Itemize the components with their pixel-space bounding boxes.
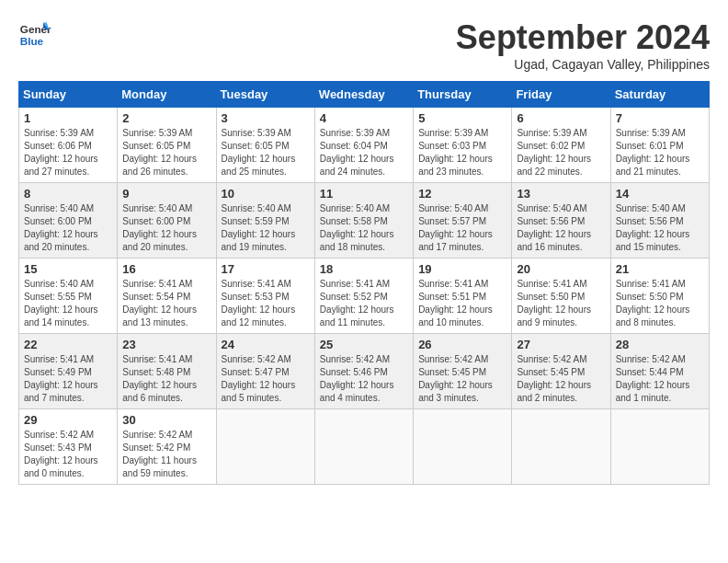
day-info: Sunrise: 5:40 AM Sunset: 5:59 PM Dayligh… bbox=[222, 202, 310, 254]
calendar-cell: 1 Sunrise: 5:39 AM Sunset: 6:06 PM Dayli… bbox=[19, 108, 118, 183]
day-info: Sunrise: 5:40 AM Sunset: 5:57 PM Dayligh… bbox=[418, 202, 506, 254]
calendar-cell bbox=[610, 409, 709, 485]
day-number: 24 bbox=[222, 338, 310, 351]
calendar-cell: 18 Sunrise: 5:41 AM Sunset: 5:52 PM Dayl… bbox=[314, 259, 413, 334]
day-number: 29 bbox=[24, 413, 112, 427]
calendar-week-row: 8 Sunrise: 5:40 AM Sunset: 6:00 PM Dayli… bbox=[19, 183, 710, 259]
calendar-cell: 6 Sunrise: 5:39 AM Sunset: 6:02 PM Dayli… bbox=[512, 108, 610, 183]
day-number: 4 bbox=[320, 111, 408, 125]
header-sunday: Sunday bbox=[19, 82, 118, 108]
weekday-header-row: Sunday Monday Tuesday Wednesday Thursday… bbox=[19, 82, 710, 108]
day-number: 18 bbox=[320, 262, 408, 276]
calendar-cell: 13 Sunrise: 5:40 AM Sunset: 5:56 PM Dayl… bbox=[512, 183, 610, 259]
day-info: Sunrise: 5:39 AM Sunset: 6:03 PM Dayligh… bbox=[418, 127, 506, 178]
day-info: Sunrise: 5:41 AM Sunset: 5:53 PM Dayligh… bbox=[222, 278, 310, 329]
day-number: 5 bbox=[418, 111, 506, 125]
calendar-cell: 20 Sunrise: 5:41 AM Sunset: 5:50 PM Dayl… bbox=[512, 259, 610, 334]
day-number: 28 bbox=[616, 338, 704, 351]
day-info: Sunrise: 5:41 AM Sunset: 5:50 PM Dayligh… bbox=[616, 278, 704, 329]
calendar-cell: 12 Sunrise: 5:40 AM Sunset: 5:57 PM Dayl… bbox=[414, 183, 512, 259]
day-info: Sunrise: 5:42 AM Sunset: 5:45 PM Dayligh… bbox=[517, 353, 605, 405]
day-info: Sunrise: 5:42 AM Sunset: 5:46 PM Dayligh… bbox=[320, 353, 408, 405]
day-info: Sunrise: 5:40 AM Sunset: 5:56 PM Dayligh… bbox=[517, 202, 605, 254]
calendar-week-row: 15 Sunrise: 5:40 AM Sunset: 5:55 PM Dayl… bbox=[19, 259, 710, 334]
day-info: Sunrise: 5:39 AM Sunset: 6:02 PM Dayligh… bbox=[517, 127, 605, 178]
header-friday: Friday bbox=[512, 82, 610, 108]
calendar-cell: 4 Sunrise: 5:39 AM Sunset: 6:04 PM Dayli… bbox=[314, 108, 413, 183]
header-thursday: Thursday bbox=[414, 82, 512, 108]
calendar-cell bbox=[216, 409, 314, 485]
day-info: Sunrise: 5:42 AM Sunset: 5:47 PM Dayligh… bbox=[222, 353, 310, 405]
logo: General Blue bbox=[18, 18, 51, 52]
calendar-cell: 21 Sunrise: 5:41 AM Sunset: 5:50 PM Dayl… bbox=[610, 259, 709, 334]
logo-icon: General Blue bbox=[18, 18, 51, 52]
calendar-cell: 24 Sunrise: 5:42 AM Sunset: 5:47 PM Dayl… bbox=[216, 334, 314, 409]
day-number: 15 bbox=[24, 262, 112, 276]
day-number: 22 bbox=[24, 338, 112, 351]
calendar-cell: 15 Sunrise: 5:40 AM Sunset: 5:55 PM Dayl… bbox=[19, 259, 118, 334]
day-info: Sunrise: 5:42 AM Sunset: 5:44 PM Dayligh… bbox=[616, 353, 704, 405]
day-number: 7 bbox=[616, 111, 704, 125]
day-number: 12 bbox=[418, 187, 506, 201]
header-wednesday: Wednesday bbox=[314, 82, 413, 108]
day-info: Sunrise: 5:39 AM Sunset: 6:04 PM Dayligh… bbox=[320, 127, 408, 178]
day-info: Sunrise: 5:39 AM Sunset: 6:01 PM Dayligh… bbox=[616, 127, 704, 178]
month-title: September 2024 bbox=[456, 18, 710, 57]
day-number: 25 bbox=[320, 338, 408, 351]
calendar-cell: 17 Sunrise: 5:41 AM Sunset: 5:53 PM Dayl… bbox=[216, 259, 314, 334]
day-number: 6 bbox=[517, 111, 605, 125]
day-info: Sunrise: 5:42 AM Sunset: 5:43 PM Dayligh… bbox=[24, 429, 112, 480]
header: General Blue September 2024 Ugad, Cagaya… bbox=[18, 18, 710, 72]
calendar-cell: 26 Sunrise: 5:42 AM Sunset: 5:45 PM Dayl… bbox=[414, 334, 512, 409]
calendar-cell: 9 Sunrise: 5:40 AM Sunset: 6:00 PM Dayli… bbox=[118, 183, 216, 259]
day-number: 19 bbox=[418, 262, 506, 276]
day-number: 11 bbox=[320, 187, 408, 201]
day-number: 3 bbox=[222, 111, 310, 125]
calendar-cell: 8 Sunrise: 5:40 AM Sunset: 6:00 PM Dayli… bbox=[19, 183, 118, 259]
day-info: Sunrise: 5:41 AM Sunset: 5:48 PM Dayligh… bbox=[122, 353, 210, 405]
calendar-cell: 10 Sunrise: 5:40 AM Sunset: 5:59 PM Dayl… bbox=[216, 183, 314, 259]
svg-text:Blue: Blue bbox=[20, 35, 44, 47]
calendar-cell: 19 Sunrise: 5:41 AM Sunset: 5:51 PM Dayl… bbox=[414, 259, 512, 334]
day-info: Sunrise: 5:40 AM Sunset: 5:56 PM Dayligh… bbox=[616, 202, 704, 254]
day-number: 27 bbox=[517, 338, 605, 351]
day-info: Sunrise: 5:41 AM Sunset: 5:51 PM Dayligh… bbox=[418, 278, 506, 329]
day-number: 17 bbox=[222, 262, 310, 276]
day-number: 10 bbox=[222, 187, 310, 201]
day-number: 8 bbox=[24, 187, 112, 201]
calendar-cell bbox=[512, 409, 610, 485]
day-info: Sunrise: 5:39 AM Sunset: 6:05 PM Dayligh… bbox=[122, 127, 210, 178]
day-number: 16 bbox=[122, 262, 210, 276]
day-info: Sunrise: 5:42 AM Sunset: 5:42 PM Dayligh… bbox=[122, 429, 210, 480]
calendar-cell: 3 Sunrise: 5:39 AM Sunset: 6:05 PM Dayli… bbox=[216, 108, 314, 183]
calendar-cell: 22 Sunrise: 5:41 AM Sunset: 5:49 PM Dayl… bbox=[19, 334, 118, 409]
day-number: 23 bbox=[122, 338, 210, 351]
day-info: Sunrise: 5:41 AM Sunset: 5:52 PM Dayligh… bbox=[320, 278, 408, 329]
title-section: September 2024 Ugad, Cagayan Valley, Phi… bbox=[456, 18, 710, 72]
day-number: 13 bbox=[517, 187, 605, 201]
day-info: Sunrise: 5:40 AM Sunset: 6:00 PM Dayligh… bbox=[24, 202, 112, 254]
header-tuesday: Tuesday bbox=[216, 82, 314, 108]
day-info: Sunrise: 5:40 AM Sunset: 5:55 PM Dayligh… bbox=[24, 278, 112, 329]
calendar-cell: 25 Sunrise: 5:42 AM Sunset: 5:46 PM Dayl… bbox=[314, 334, 413, 409]
day-number: 9 bbox=[122, 187, 210, 201]
calendar-cell: 23 Sunrise: 5:41 AM Sunset: 5:48 PM Dayl… bbox=[118, 334, 216, 409]
day-info: Sunrise: 5:41 AM Sunset: 5:50 PM Dayligh… bbox=[517, 278, 605, 329]
day-info: Sunrise: 5:41 AM Sunset: 5:49 PM Dayligh… bbox=[24, 353, 112, 405]
day-info: Sunrise: 5:42 AM Sunset: 5:45 PM Dayligh… bbox=[418, 353, 506, 405]
calendar-cell: 29 Sunrise: 5:42 AM Sunset: 5:43 PM Dayl… bbox=[19, 409, 118, 485]
calendar-cell: 30 Sunrise: 5:42 AM Sunset: 5:42 PM Dayl… bbox=[118, 409, 216, 485]
calendar-cell: 5 Sunrise: 5:39 AM Sunset: 6:03 PM Dayli… bbox=[414, 108, 512, 183]
day-number: 2 bbox=[122, 111, 210, 125]
header-saturday: Saturday bbox=[610, 82, 709, 108]
calendar-cell: 11 Sunrise: 5:40 AM Sunset: 5:58 PM Dayl… bbox=[314, 183, 413, 259]
location-subtitle: Ugad, Cagayan Valley, Philippines bbox=[456, 57, 710, 72]
day-number: 26 bbox=[418, 338, 506, 351]
calendar-week-row: 29 Sunrise: 5:42 AM Sunset: 5:43 PM Dayl… bbox=[19, 409, 710, 485]
calendar-cell: 16 Sunrise: 5:41 AM Sunset: 5:54 PM Dayl… bbox=[118, 259, 216, 334]
day-info: Sunrise: 5:39 AM Sunset: 6:06 PM Dayligh… bbox=[24, 127, 112, 178]
calendar-cell: 14 Sunrise: 5:40 AM Sunset: 5:56 PM Dayl… bbox=[610, 183, 709, 259]
calendar-table: Sunday Monday Tuesday Wednesday Thursday… bbox=[18, 81, 710, 485]
calendar-cell: 7 Sunrise: 5:39 AM Sunset: 6:01 PM Dayli… bbox=[610, 108, 709, 183]
calendar-cell bbox=[414, 409, 512, 485]
